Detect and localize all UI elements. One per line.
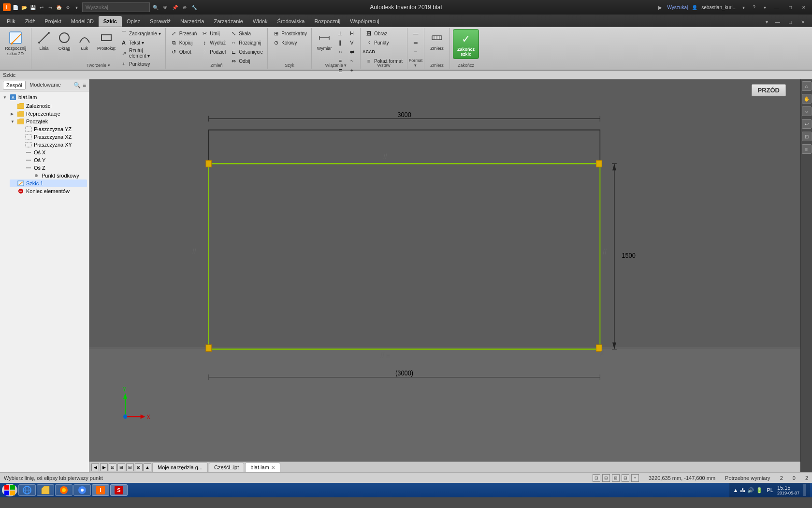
- canvas-tab-layout-3[interactable]: ⊟: [126, 463, 134, 471]
- tree-item-punkt-srodkowy[interactable]: Punkt środkowy: [25, 172, 87, 179]
- btn-format-3[interactable]: ┄: [410, 47, 421, 56]
- tree-item-plaszczyzna-xy[interactable]: Płaszczyzna XY: [17, 141, 87, 149]
- tree-item-os-y[interactable]: Oś Y: [17, 156, 87, 164]
- right-btn-1[interactable]: ⌂: [802, 81, 812, 91]
- save-icon[interactable]: 💾: [29, 3, 37, 11]
- btn-obrot[interactable]: ↺ Obrót: [169, 47, 199, 56]
- tree-item-zaleznosci[interactable]: Zależności: [10, 102, 87, 110]
- btn-constraint-7[interactable]: H: [347, 29, 357, 38]
- view-icon[interactable]: 👁: [161, 3, 169, 11]
- btn-zakoncz-szkic[interactable]: ✓ Zakończszkic: [453, 29, 479, 59]
- tab-widok[interactable]: Widok: [248, 16, 273, 27]
- canvas-tab-prev-btn[interactable]: ◀: [91, 463, 99, 471]
- tab-srodowiska[interactable]: Środowiska: [273, 16, 310, 27]
- btn-rzutuj[interactable]: ↗ Rzutujelement ▾: [118, 47, 162, 59]
- btn-przesun[interactable]: ⤢ Przesuń: [169, 29, 199, 38]
- tab-szkic[interactable]: Szkic: [99, 16, 122, 27]
- new-icon[interactable]: 📄: [12, 3, 19, 11]
- btn-acad[interactable]: ACAD: [363, 47, 404, 56]
- btn-linia[interactable]: Linia: [34, 29, 54, 52]
- btn-wydluz[interactable]: ↕ Wydłuż: [199, 38, 227, 47]
- open-icon[interactable]: 📂: [20, 3, 28, 11]
- btn-format-1[interactable]: —: [410, 29, 421, 38]
- panel-maximize-button[interactable]: □: [785, 17, 796, 27]
- tab-wspolpracuj[interactable]: Współpracuj: [345, 16, 384, 27]
- status-icon-1[interactable]: ⊡: [593, 474, 600, 482]
- panel-close-button[interactable]: ✕: [798, 17, 808, 27]
- right-btn-2[interactable]: ✋: [802, 94, 812, 104]
- close-button[interactable]: ✕: [798, 2, 809, 12]
- canvas-tab-triangle[interactable]: ▲: [144, 463, 151, 471]
- btn-skala[interactable]: ⤡ Skala: [228, 29, 264, 38]
- search-input[interactable]: [82, 2, 150, 12]
- right-btn-6[interactable]: ≡: [802, 144, 812, 154]
- taskbar-chrome-btn[interactable]: [73, 484, 91, 496]
- tree-item-plaszczyzna-xz[interactable]: Płaszczyzna XZ: [17, 133, 87, 141]
- btn-prostokat[interactable]: Prostokąt: [95, 29, 117, 52]
- tree-item-poczatek[interactable]: ▼ Początek: [10, 118, 87, 125]
- settings-icon[interactable]: ⚙: [64, 3, 72, 11]
- more-icon[interactable]: ▾: [72, 3, 80, 11]
- canvas-tab-layout-2[interactable]: ⊞: [117, 463, 125, 471]
- canvas-tab-next-btn[interactable]: ▶: [100, 463, 108, 471]
- btn-okrag[interactable]: Okrąg: [55, 29, 74, 52]
- tab-zarzadzanie[interactable]: Zarządzanie: [209, 16, 248, 27]
- tab-projekt[interactable]: Projekt: [40, 16, 66, 27]
- btn-utnij[interactable]: ✂ Utnij: [199, 29, 227, 38]
- btn-kopiuj[interactable]: ⧉ Kopiuj: [169, 38, 199, 47]
- canvas-tab-layout-1[interactable]: ⊡: [109, 463, 116, 471]
- account-settings-icon[interactable]: ▾: [740, 3, 747, 11]
- taskbar-explorer-btn[interactable]: [37, 484, 54, 496]
- tree-item-szkic1[interactable]: Szkic 1: [10, 179, 87, 187]
- tab-narzedzia[interactable]: Narzędzia: [175, 16, 209, 27]
- btn-zaokraglanie[interactable]: ⌒ Zaokrąglanie ▾: [118, 29, 162, 38]
- tree-item-root[interactable]: ▼ A blat.iam: [2, 93, 87, 101]
- more-apps-icon[interactable]: ▶: [656, 3, 664, 11]
- status-icon-5[interactable]: +: [631, 474, 639, 482]
- tree-item-plaszczyzna-yz[interactable]: Płaszczyzna YZ: [17, 125, 87, 133]
- btn-constraint-8[interactable]: V: [347, 38, 357, 47]
- panel-minimize-button[interactable]: —: [772, 17, 783, 27]
- sidebar-menu-icon[interactable]: ≡: [83, 82, 86, 89]
- canvas-tab-layout-4[interactable]: ⊠: [135, 463, 143, 471]
- canvas-tab-close-icon[interactable]: ✕: [271, 465, 275, 470]
- show-desktop-btn[interactable]: [803, 484, 806, 496]
- btn-constraint-2[interactable]: ∥: [335, 38, 346, 47]
- start-button[interactable]: [2, 484, 17, 496]
- btn-constraint-9[interactable]: ⇌: [347, 47, 357, 56]
- tab-model3d[interactable]: Model 3D: [66, 16, 99, 27]
- btn-podziel[interactable]: ÷ Podziel: [199, 47, 227, 56]
- tree-item-reprezentacje[interactable]: ▶ Reprezentacje: [10, 110, 87, 118]
- btn-tekst[interactable]: A Tekst ▾: [118, 38, 162, 47]
- right-btn-4[interactable]: ↩: [802, 119, 812, 129]
- ribbon-expand-icon[interactable]: ▾: [763, 18, 770, 26]
- tree-item-os-x[interactable]: Oś X: [17, 149, 87, 156]
- right-btn-3[interactable]: ○: [802, 106, 812, 116]
- btn-obraz[interactable]: 🖼 Obraz: [363, 29, 404, 38]
- taskbar-app2-btn[interactable]: S: [110, 484, 128, 496]
- search-icon[interactable]: 🔍: [152, 3, 160, 11]
- help-arrow-icon[interactable]: ▾: [761, 3, 768, 11]
- canvas-tab-moje[interactable]: Moje narzędzia g...: [152, 463, 208, 472]
- tab-zloz[interactable]: Złóż: [20, 16, 40, 27]
- btn-punkty[interactable]: ⁖ Punkty: [363, 38, 404, 47]
- minimize-button[interactable]: —: [771, 2, 782, 12]
- btn-luk[interactable]: Łuk: [75, 29, 94, 52]
- user-icon[interactable]: 👤: [691, 3, 698, 11]
- canvas-area[interactable]: 3000 // // 1500 // // ≡: [89, 79, 800, 462]
- expand-icon[interactable]: ⊕: [181, 3, 188, 11]
- status-icon-4[interactable]: ⊟: [622, 474, 629, 482]
- tree-item-koniec[interactable]: Koniec elementów: [10, 187, 87, 195]
- tree-item-os-z[interactable]: Oś Z: [17, 164, 87, 172]
- btn-kolowy[interactable]: ⊙ Kołowy: [271, 38, 308, 47]
- sidebar-search-icon[interactable]: 🔍: [73, 82, 81, 89]
- tab-opisz[interactable]: Opisz: [122, 16, 145, 27]
- canvas-tab-czesc[interactable]: CzęśćL.ipt: [209, 463, 244, 472]
- btn-constraint-3[interactable]: ○: [335, 47, 346, 56]
- btn-rozciagnij[interactable]: ↔ Rozciągnij: [228, 38, 264, 47]
- help-icon[interactable]: ?: [750, 3, 758, 11]
- btn-constraint-1[interactable]: ⊥: [335, 29, 346, 38]
- btn-format-2[interactable]: ═: [410, 38, 421, 47]
- sidebar-tab-modelowanie[interactable]: Modelowanie: [27, 81, 64, 90]
- tab-plik[interactable]: Plik: [2, 16, 20, 27]
